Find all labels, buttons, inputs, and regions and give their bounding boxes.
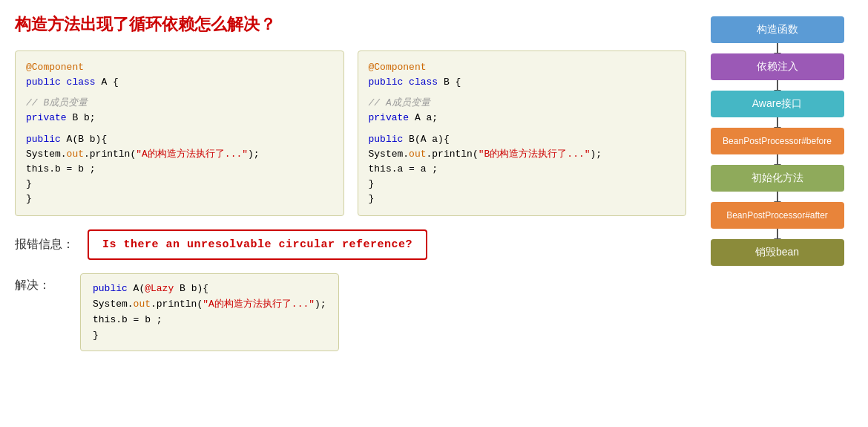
- error-row: 报错信息： Is there an unresolvable circular …: [15, 229, 686, 260]
- sol-line3: this.b = b ;: [93, 313, 326, 328]
- flow-arrow-3: [777, 117, 778, 128]
- flow-node-dependency: 依赖注入: [711, 53, 844, 80]
- error-label: 报错信息：: [15, 237, 74, 252]
- field-a: private B b;: [26, 111, 333, 126]
- solution-label: 解决：: [15, 273, 67, 293]
- flow-arrow-5: [777, 192, 778, 202]
- sol-line4: }: [93, 328, 326, 344]
- flow-arrow-6: [777, 229, 778, 239]
- close-class-b: }: [369, 192, 676, 206]
- error-message: Is there an unresolvable circular refere…: [88, 229, 427, 260]
- flow-node-init: 初始化方法: [711, 165, 844, 192]
- flow-node-constructor: 构造函数: [711, 16, 844, 43]
- right-panel: 构造函数 依赖注入 Aware接口 BeanPostProcessor#befo…: [701, 13, 853, 414]
- annotation-a: @Component: [26, 60, 333, 75]
- left-panel: 构造方法出现了循环依赖怎么解决？ @Component public class…: [15, 13, 686, 414]
- page-title: 构造方法出现了循环依赖怎么解决？: [15, 13, 686, 36]
- flow-arrow-1: [777, 43, 778, 53]
- print-b: System.out.println("B的构造方法执行了...");: [369, 147, 676, 162]
- solution-code-box: public A(@Lazy B b){ System.out.println(…: [80, 273, 339, 351]
- assign-b: this.a = a ;: [369, 162, 676, 177]
- flow-node-before: BeanPostProcessor#before: [711, 128, 844, 154]
- class-decl-a: public class A {: [26, 75, 333, 90]
- close-class-a: }: [26, 192, 333, 206]
- class-decl-b: public class B {: [369, 75, 676, 90]
- comment-b: // A成员变量: [369, 96, 676, 111]
- flow-arrow-4: [777, 154, 778, 165]
- close-method-a: }: [26, 177, 333, 192]
- flow-node-aware: Aware接口: [711, 91, 844, 117]
- assign-a: this.b = b ;: [26, 162, 333, 177]
- main-container: 构造方法出现了循环依赖怎么解决？ @Component public class…: [0, 0, 868, 427]
- annotation-b: @Component: [369, 60, 676, 75]
- solution-row: 解决： public A(@Lazy B b){ System.out.prin…: [15, 273, 686, 351]
- close-method-b: }: [369, 177, 676, 192]
- sol-line1: public A(@Lazy B b){: [93, 281, 326, 297]
- code-blocks-row: @Component public class A { // B成员变量 pri…: [15, 50, 686, 216]
- constructor-a: public A(B b){: [26, 132, 333, 147]
- field-b: private A a;: [369, 111, 676, 126]
- code-box-b: @Component public class B { // A成员变量 pri…: [358, 50, 687, 216]
- constructor-b: public B(A a){: [369, 132, 676, 147]
- sol-line2: System.out.println("A的构造方法执行了...");: [93, 297, 326, 313]
- print-a: System.out.println("A的构造方法执行了...");: [26, 147, 333, 162]
- flow-arrow-2: [777, 80, 778, 91]
- code-box-a: @Component public class A { // B成员变量 pri…: [15, 50, 344, 216]
- flow-node-after: BeanPostProcessor#after: [711, 202, 844, 229]
- comment-a: // B成员变量: [26, 96, 333, 111]
- flow-node-destroy: 销毁bean: [711, 239, 844, 266]
